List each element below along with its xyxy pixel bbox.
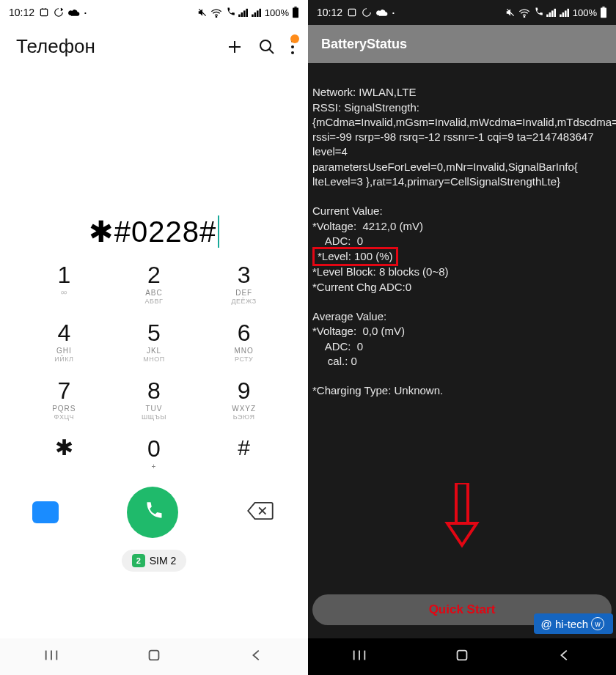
sim-selector[interactable]: 2 SIM 2 xyxy=(122,550,187,572)
add-contact-button[interactable] xyxy=(226,38,243,56)
dot-icon: • xyxy=(392,10,395,16)
key-3[interactable]: 3DEFДЕЁЖЗ xyxy=(199,263,289,305)
watermark-badge: @ hi-tech w xyxy=(534,613,613,634)
key-1[interactable]: 1ᴼᴼ xyxy=(19,263,109,305)
cloud-icon xyxy=(376,8,388,17)
home-button[interactable] xyxy=(146,647,162,666)
watermark-text: @ hi-tech xyxy=(541,618,588,630)
battery-status-body: Network: IWLAN,LTE RSSI: SignalStrength:… xyxy=(308,63,616,594)
nav-bar xyxy=(0,638,308,675)
key-9[interactable]: 9WXYZЬЭЮЯ xyxy=(199,379,289,421)
adc-line: ADC: 0 xyxy=(312,235,363,247)
nav-bar xyxy=(308,638,616,675)
svg-point-19 xyxy=(291,51,294,54)
app-header: Телефон Н xyxy=(0,25,308,65)
level-line: *Level: 100 (%) xyxy=(318,250,393,262)
signal-2-icon xyxy=(252,8,262,17)
svg-rect-10 xyxy=(259,9,261,17)
key-0[interactable]: 0+ xyxy=(109,437,199,471)
battery-icon xyxy=(600,7,607,18)
battery-status-screen: 10:12 • 100% BatteryStatus Network: IWLA… xyxy=(308,0,616,675)
current-value-header: Current Value: xyxy=(312,204,383,217)
status-bar: 10:12 • 100% xyxy=(0,0,308,25)
backspace-button[interactable] xyxy=(246,501,276,523)
svg-rect-29 xyxy=(546,15,549,17)
svg-point-28 xyxy=(524,16,524,17)
phone-dialer-screen: 10:12 • 100% Телефон Н ✱#0 xyxy=(0,0,308,675)
key-5[interactable]: 5JKLМНОП xyxy=(109,321,199,363)
clock: 10:12 xyxy=(9,7,34,18)
svg-rect-37 xyxy=(601,8,606,18)
call-button[interactable] xyxy=(127,487,178,538)
svg-rect-31 xyxy=(551,10,554,17)
svg-marker-40 xyxy=(447,523,477,545)
sim-badge: 2 xyxy=(132,554,145,567)
volte-icon xyxy=(225,7,235,18)
network-line: Network: IWLAN,LTE xyxy=(312,86,416,98)
signal-2-icon xyxy=(560,8,570,17)
battery-percent: 100% xyxy=(573,7,597,18)
key-hash[interactable]: # xyxy=(199,437,289,471)
svg-rect-4 xyxy=(241,12,243,17)
screen-title: BatteryStatus xyxy=(321,37,407,52)
dialed-number-area: ✱#0228# xyxy=(0,65,308,263)
svg-rect-3 xyxy=(238,15,241,17)
keypad: 1ᴼᴼ 2ABCАБВГ 3DEFДЕЁЖЗ 4GHIИЙКЛ 5JKLМНОП… xyxy=(0,263,308,471)
app-title: Телефон xyxy=(16,35,95,58)
mute-icon xyxy=(505,7,516,18)
signal-1-icon xyxy=(238,8,249,17)
search-button[interactable] xyxy=(258,38,276,56)
mute-icon xyxy=(197,7,208,18)
key-star[interactable]: ✱ xyxy=(19,437,109,471)
key-8[interactable]: 8TUVШЩЪЫ xyxy=(109,379,199,421)
level-highlight: *Level: 100 (%) xyxy=(312,247,398,266)
svg-line-16 xyxy=(269,49,274,54)
svg-point-17 xyxy=(291,40,294,43)
avg-voltage-line: *Voltage: 0,0 (mV) xyxy=(312,325,405,337)
key-6[interactable]: 6MNOРСТУ xyxy=(199,321,289,363)
avg-adc-line: ADC: 0 xyxy=(312,340,363,353)
wifi-icon xyxy=(210,7,222,18)
video-call-button[interactable] xyxy=(32,501,59,523)
key-2[interactable]: 2ABCАБВГ xyxy=(109,263,199,305)
sim-label: SIM 2 xyxy=(150,555,177,567)
rssi-block: RSSI: SignalStrength:{mCdma=Invalid,mGsm… xyxy=(312,101,616,188)
svg-rect-7 xyxy=(252,15,254,17)
screenshot-icon xyxy=(39,7,49,18)
key-4[interactable]: 4GHIИЙКЛ xyxy=(19,321,109,363)
voltage-line: *Voltage: 4212,0 (mV) xyxy=(312,220,423,232)
svg-rect-5 xyxy=(243,10,246,17)
battery-percent: 100% xyxy=(265,7,289,18)
chg-adc-line: *Current Chg ADC:0 xyxy=(312,281,411,293)
svg-rect-12 xyxy=(294,7,296,8)
level-block-line: *Level Block: 8 blocks (0~8) xyxy=(312,265,449,278)
svg-rect-35 xyxy=(565,10,567,17)
svg-rect-38 xyxy=(602,7,604,8)
home-button[interactable] xyxy=(454,647,470,666)
sync-icon xyxy=(54,7,64,18)
svg-point-18 xyxy=(291,45,294,48)
svg-rect-36 xyxy=(567,9,569,17)
screenshot-icon xyxy=(347,7,357,18)
svg-rect-11 xyxy=(293,8,298,18)
recent-apps-button[interactable] xyxy=(351,647,367,666)
svg-rect-8 xyxy=(254,12,256,17)
annotation-arrow-icon xyxy=(444,483,480,549)
more-badge: Н xyxy=(293,34,298,40)
svg-point-15 xyxy=(260,40,271,51)
svg-rect-30 xyxy=(549,12,551,17)
text-cursor xyxy=(218,215,219,248)
dialed-number: ✱#0228# xyxy=(89,215,216,248)
volte-icon xyxy=(533,7,543,18)
recent-apps-button[interactable] xyxy=(43,647,59,666)
dot-icon: • xyxy=(84,10,87,16)
back-button[interactable] xyxy=(557,647,573,666)
average-value-header: Average Value: xyxy=(312,310,386,322)
key-7[interactable]: 7PQRSФХЦЧ xyxy=(19,379,109,421)
svg-rect-6 xyxy=(246,9,248,17)
back-button[interactable] xyxy=(249,647,265,666)
watermark-vk-icon: w xyxy=(591,617,604,630)
svg-rect-26 xyxy=(348,9,355,15)
charging-type-line: *Charging Type: Unknown. xyxy=(312,384,443,396)
more-options-button[interactable]: Н xyxy=(290,39,295,55)
